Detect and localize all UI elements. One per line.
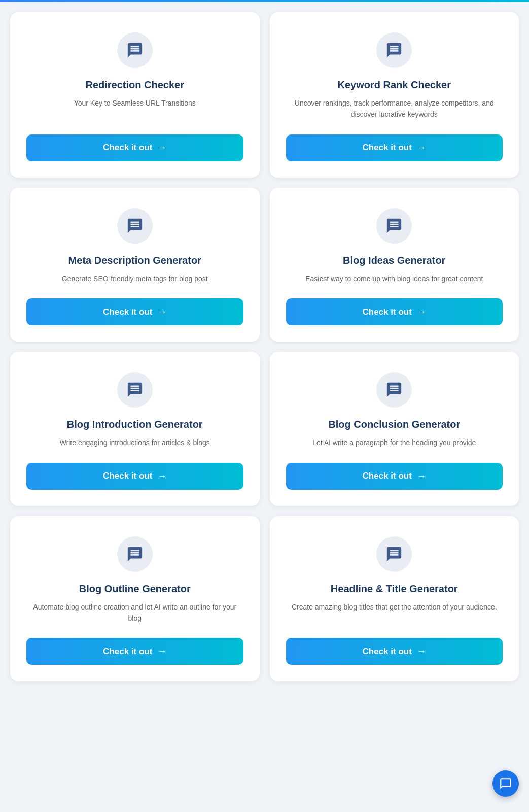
card-meta-description-generator: Meta Description Generator Generate SEO-… <box>10 188 260 342</box>
fab-button[interactable] <box>492 770 519 797</box>
card-desc-blog-conclusion-generator: Let AI write a paragraph for the heading… <box>312 437 476 448</box>
cta-label-blog-conclusion-generator: Check it out <box>363 471 412 481</box>
card-desc-headline-title-generator: Create amazing blog titles that get the … <box>292 601 497 624</box>
card-icon-wrap-redirection-checker <box>117 32 153 68</box>
card-icon-wrap-blog-introduction-generator <box>117 372 153 408</box>
tool-icon-blog-conclusion-generator <box>385 381 403 398</box>
card-blog-conclusion-generator: Blog Conclusion Generator Let AI write a… <box>270 352 519 505</box>
tool-icon-blog-ideas-generator <box>385 217 403 234</box>
card-desc-blog-outline-generator: Automate blog outline creation and let A… <box>26 601 243 624</box>
cta-button-keyword-rank-checker[interactable]: Check it out → <box>286 134 503 161</box>
cta-label-blog-ideas-generator: Check it out <box>363 307 412 317</box>
cta-arrow-meta-description-generator: → <box>157 307 166 317</box>
card-title-blog-outline-generator: Blog Outline Generator <box>79 582 191 595</box>
cta-button-meta-description-generator[interactable]: Check it out → <box>26 298 243 325</box>
cta-label-headline-title-generator: Check it out <box>363 647 412 657</box>
tool-icon-redirection-checker <box>126 42 144 59</box>
cta-arrow-keyword-rank-checker: → <box>417 143 426 153</box>
card-icon-wrap-headline-title-generator <box>376 536 412 572</box>
cta-label-blog-introduction-generator: Check it out <box>103 471 152 481</box>
card-desc-blog-introduction-generator: Write engaging introductions for article… <box>60 437 210 448</box>
card-icon-wrap-blog-outline-generator <box>117 536 153 572</box>
cta-label-blog-outline-generator: Check it out <box>103 647 152 657</box>
fab-icon <box>499 777 512 790</box>
card-title-keyword-rank-checker: Keyword Rank Checker <box>338 78 451 91</box>
cta-arrow-redirection-checker: → <box>157 143 166 153</box>
cta-arrow-blog-ideas-generator: → <box>417 307 426 317</box>
cta-label-meta-description-generator: Check it out <box>103 307 152 317</box>
card-title-blog-conclusion-generator: Blog Conclusion Generator <box>328 418 460 431</box>
cta-button-headline-title-generator[interactable]: Check it out → <box>286 638 503 665</box>
cta-button-blog-conclusion-generator[interactable]: Check it out → <box>286 463 503 490</box>
cta-arrow-headline-title-generator: → <box>417 646 426 657</box>
tool-icon-meta-description-generator <box>126 217 144 234</box>
tool-icon-headline-title-generator <box>385 546 403 563</box>
card-blog-introduction-generator: Blog Introduction Generator Write engagi… <box>10 352 260 505</box>
card-redirection-checker: Redirection Checker Your Key to Seamless… <box>10 12 260 178</box>
tool-icon-keyword-rank-checker <box>385 42 403 59</box>
card-title-blog-introduction-generator: Blog Introduction Generator <box>67 418 203 431</box>
cta-label-keyword-rank-checker: Check it out <box>363 143 412 153</box>
cta-button-blog-outline-generator[interactable]: Check it out → <box>26 638 243 665</box>
card-blog-ideas-generator: Blog Ideas Generator Easiest way to come… <box>270 188 519 342</box>
card-icon-wrap-blog-conclusion-generator <box>376 372 412 408</box>
cta-button-blog-ideas-generator[interactable]: Check it out → <box>286 298 503 325</box>
tool-icon-blog-introduction-generator <box>126 381 144 398</box>
card-title-headline-title-generator: Headline & Title Generator <box>331 582 458 595</box>
card-desc-meta-description-generator: Generate SEO-friendly meta tags for blog… <box>62 273 208 284</box>
card-desc-keyword-rank-checker: Uncover rankings, track performance, ana… <box>286 97 503 120</box>
card-title-redirection-checker: Redirection Checker <box>85 78 184 91</box>
card-grid: Redirection Checker Your Key to Seamless… <box>0 2 529 691</box>
card-icon-wrap-keyword-rank-checker <box>376 32 412 68</box>
card-desc-redirection-checker: Your Key to Seamless URL Transitions <box>74 97 196 120</box>
cta-arrow-blog-conclusion-generator: → <box>417 471 426 482</box>
card-headline-title-generator: Headline & Title Generator Create amazin… <box>270 516 519 682</box>
cta-label-redirection-checker: Check it out <box>103 143 152 153</box>
card-desc-blog-ideas-generator: Easiest way to come up with blog ideas f… <box>305 273 483 284</box>
card-blog-outline-generator: Blog Outline Generator Automate blog out… <box>10 516 260 682</box>
cta-button-redirection-checker[interactable]: Check it out → <box>26 134 243 161</box>
tool-icon-blog-outline-generator <box>126 546 144 563</box>
cta-arrow-blog-introduction-generator: → <box>157 471 166 482</box>
card-title-blog-ideas-generator: Blog Ideas Generator <box>343 254 445 267</box>
card-keyword-rank-checker: Keyword Rank Checker Uncover rankings, t… <box>270 12 519 178</box>
card-icon-wrap-meta-description-generator <box>117 208 153 244</box>
card-icon-wrap-blog-ideas-generator <box>376 208 412 244</box>
card-title-meta-description-generator: Meta Description Generator <box>68 254 201 267</box>
cta-arrow-blog-outline-generator: → <box>157 646 166 657</box>
cta-button-blog-introduction-generator[interactable]: Check it out → <box>26 463 243 490</box>
